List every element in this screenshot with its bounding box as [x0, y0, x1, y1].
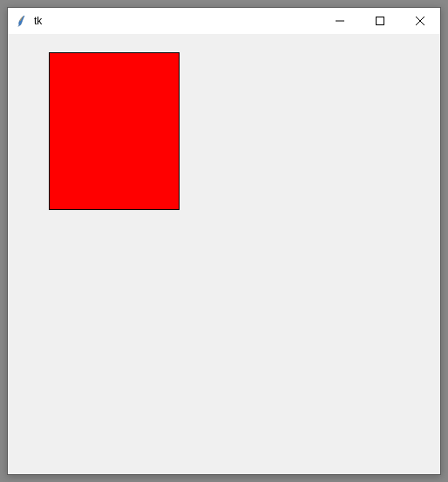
close-icon [416, 15, 424, 28]
maximize-icon [376, 15, 384, 28]
red-rectangle [49, 52, 180, 210]
canvas-area [8, 34, 440, 474]
window-title: tk [34, 15, 42, 27]
svg-rect-1 [377, 17, 384, 24]
maximize-button[interactable] [360, 8, 400, 34]
titlebar-left: tk [8, 14, 320, 28]
close-button[interactable] [400, 8, 440, 34]
titlebar[interactable]: tk [8, 8, 440, 34]
tk-feather-icon [15, 14, 29, 28]
minimize-icon [336, 15, 344, 28]
application-window: tk [7, 7, 441, 475]
window-controls [320, 8, 440, 34]
minimize-button[interactable] [320, 8, 360, 34]
